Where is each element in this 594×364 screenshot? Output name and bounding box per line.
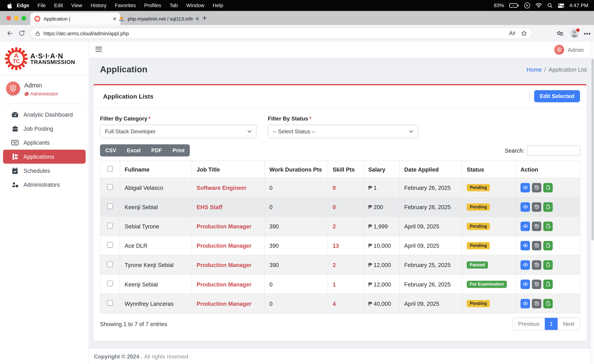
new-tab-button[interactable]: + [202, 13, 207, 22]
row-checkbox[interactable] [107, 262, 113, 267]
history-button[interactable] [532, 241, 541, 250]
control-center-icon[interactable] [558, 3, 564, 8]
csv-button[interactable]: CSV [100, 144, 122, 156]
browser-menu-icon[interactable]: ••• [584, 30, 591, 37]
close-window-button[interactable] [7, 16, 11, 20]
apple-icon[interactable] [7, 2, 13, 9]
filter-category-select[interactable]: Full Stack Developer [100, 125, 256, 138]
menubar-item-file[interactable]: File [33, 3, 50, 8]
menubar-item-help[interactable]: Help [209, 3, 227, 8]
menubar-item-edge[interactable]: Edge [13, 3, 33, 8]
minimize-window-button[interactable] [14, 16, 19, 20]
favorite-star-icon[interactable] [520, 30, 527, 37]
row-checkbox[interactable] [107, 203, 113, 209]
url-text[interactable]: https://atc-arms.cloud/admin/appl.php [44, 30, 503, 36]
page-scrollbar[interactable] [590, 42, 594, 364]
pdf-button[interactable]: PDF [146, 144, 167, 156]
select-all-header[interactable] [100, 161, 120, 178]
favorites-list-icon[interactable] [556, 30, 564, 38]
menubar-item-edit[interactable]: Edit [50, 3, 67, 8]
view-button[interactable] [520, 279, 530, 289]
view-button[interactable] [520, 202, 530, 212]
column-header-fullname[interactable]: Fullname [120, 161, 192, 178]
column-header-skill-pts[interactable]: Skill Pts [328, 161, 364, 178]
row-checkbox[interactable] [107, 242, 113, 248]
refresh-icon[interactable] [18, 30, 26, 37]
column-header-salary[interactable]: Salary [364, 161, 399, 178]
view-button[interactable] [520, 183, 530, 192]
cell-select[interactable] [100, 178, 120, 197]
wifi-icon[interactable] [535, 3, 542, 8]
history-button[interactable] [532, 222, 541, 231]
sidebar-toggle-icon[interactable] [95, 47, 102, 53]
job-title-link[interactable]: Production Manager [197, 300, 251, 307]
history-button[interactable] [532, 279, 541, 289]
row-checkbox[interactable] [107, 184, 113, 190]
cell-select[interactable] [100, 255, 120, 275]
address-bar[interactable]: https://atc-arms.cloud/admin/appl.php [30, 28, 532, 39]
cell-select[interactable] [100, 294, 120, 313]
menubar-item-profiles[interactable]: Profiles [140, 3, 165, 8]
spotlight-search-icon[interactable] [547, 3, 553, 8]
column-header-action[interactable]: Action [516, 161, 580, 178]
view-button[interactable] [520, 299, 530, 308]
view-button[interactable] [520, 241, 530, 250]
history-button[interactable] [532, 183, 541, 192]
tab-application[interactable]: ATC Application | ✕ [30, 13, 121, 25]
edit-button[interactable] [543, 241, 553, 250]
job-title-link[interactable]: EHS Staff [197, 203, 223, 210]
menubar-item-history[interactable]: History [86, 3, 111, 8]
row-checkbox[interactable] [107, 281, 113, 286]
back-icon[interactable] [6, 30, 14, 37]
excel-button[interactable]: Excel [122, 144, 146, 156]
row-checkbox[interactable] [107, 223, 113, 229]
print-button[interactable]: Print [167, 144, 190, 156]
play-circle-icon[interactable] [524, 2, 530, 9]
job-title-link[interactable]: Production Manager [197, 281, 251, 287]
pagination-next[interactable]: Next [558, 318, 580, 330]
search-input[interactable] [527, 145, 580, 155]
menubar-item-tab[interactable]: Tab [165, 3, 182, 8]
sidebar-item-job-posting[interactable]: Job Posting [0, 122, 89, 136]
select-all-checkbox[interactable] [107, 166, 113, 172]
lock-icon[interactable] [35, 30, 40, 36]
edit-button[interactable] [543, 279, 553, 289]
job-title-link[interactable]: Production Manager [197, 223, 251, 229]
read-aloud-icon[interactable] [508, 30, 515, 37]
sidebar-item-administrators[interactable]: Administrators [0, 178, 89, 192]
edit-button[interactable] [543, 260, 553, 270]
view-button[interactable] [520, 260, 530, 270]
cell-select[interactable] [100, 197, 120, 216]
sidebar-item-schedules[interactable]: Schedules [0, 164, 89, 178]
brand[interactable]: ATC A·S·I·A·N TRANSMISSION [0, 42, 89, 75]
job-title-link[interactable]: Production Manager [197, 262, 251, 268]
history-button[interactable] [532, 260, 541, 270]
breadcrumb-home-link[interactable]: Home [526, 66, 542, 73]
job-title-link[interactable]: Production Manager [197, 242, 251, 249]
edit-button[interactable] [543, 202, 553, 212]
sidebar-item-applicants[interactable]: Applicants [0, 135, 89, 150]
cell-select[interactable] [100, 236, 120, 255]
cell-select[interactable] [100, 275, 120, 294]
column-header-work-durations-pts[interactable]: Work Durations Pts [265, 161, 328, 178]
edit-button[interactable] [543, 222, 553, 231]
sidebar-item-analytic-dashboard[interactable]: Analytic Dashboard [0, 108, 89, 122]
zoom-window-button[interactable] [21, 16, 26, 20]
job-title-link[interactable]: Software Engineer [197, 184, 247, 191]
pagination-page-1[interactable]: 1 [545, 318, 558, 330]
view-button[interactable] [520, 222, 530, 231]
column-header-date-applied[interactable]: Date Applied [399, 161, 462, 178]
edit-selected-button[interactable]: Edit Selected [534, 90, 580, 102]
topbar-user-chip[interactable]: Admin [554, 45, 584, 54]
pagination-previous[interactable]: Previous [513, 318, 545, 330]
column-header-status[interactable]: Status [462, 161, 516, 178]
edit-button[interactable] [543, 183, 553, 192]
history-button[interactable] [532, 202, 541, 212]
menubar-item-favorites[interactable]: Favorites [111, 3, 140, 8]
column-header-job-title[interactable]: Job Title [192, 161, 265, 178]
row-checkbox[interactable] [107, 300, 113, 306]
sidebar-item-applications[interactable]: Applications [3, 150, 86, 164]
scrollbar-thumb[interactable] [591, 59, 594, 241]
menubar-item-window[interactable]: Window [182, 3, 209, 8]
cell-select[interactable] [100, 216, 120, 236]
